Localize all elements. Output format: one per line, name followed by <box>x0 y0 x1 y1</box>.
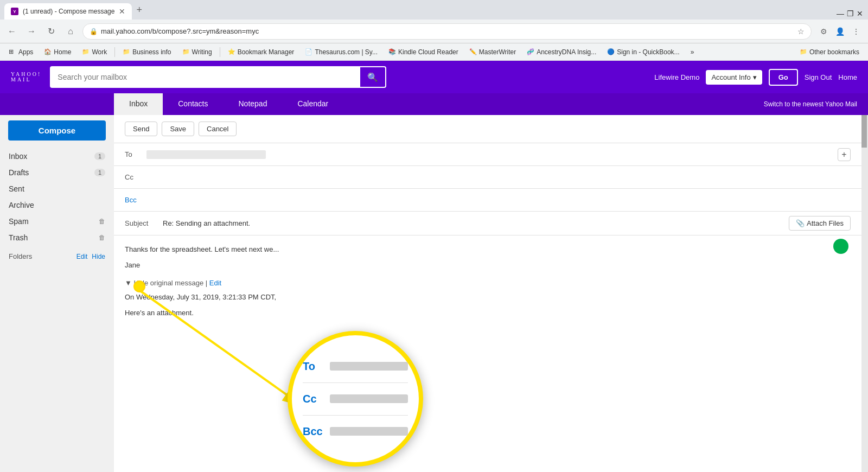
sidebar-item-trash[interactable]: Trash 🗑 <box>0 229 114 246</box>
bookmark-manager[interactable]: ⭐ Bookmark Manager <box>224 47 299 57</box>
hide-original-link[interactable]: ▼ Hide original message <box>125 279 206 287</box>
ancestry-icon: 🧬 <box>527 48 534 56</box>
menu-icon[interactable]: ⋮ <box>848 24 864 39</box>
main-area: Compose Inbox 1 Drafts 1 Sent Archive <box>0 115 868 472</box>
maximize-button[interactable]: ❐ <box>846 10 854 17</box>
bookmark-masterwriter-label: MasterWriter <box>479 48 516 56</box>
back-button[interactable]: ← <box>4 24 20 39</box>
new-tab-button[interactable]: + <box>132 4 146 16</box>
sidebar-spam-label: Spam <box>9 217 95 226</box>
sidebar-trash-label: Trash <box>9 233 95 242</box>
edit-link[interactable]: Edit <box>209 279 221 287</box>
extensions-icon[interactable]: ⚙ <box>816 24 831 39</box>
cancel-button[interactable]: Cancel <box>199 122 237 136</box>
tab-title: (1 unread) - Compose message <box>23 8 114 15</box>
reload-button[interactable]: ↻ <box>43 24 59 39</box>
subject-label: Subject <box>125 219 163 227</box>
bookmark-star-icon[interactable]: ☆ <box>797 27 805 36</box>
writing-icon: 📁 <box>182 48 190 56</box>
bookmark-more[interactable]: » <box>686 47 699 57</box>
profile-icon[interactable]: 👤 <box>832 24 847 39</box>
bookmark-manager-label: Bookmark Manager <box>238 48 295 56</box>
yahoo-nav: Inbox Contacts Notepad Calendar Switch t… <box>0 93 868 115</box>
switch-to-new-text: Switch to the newest Yahoo Mail <box>764 100 857 108</box>
sidebar-item-sent[interactable]: Sent <box>0 181 114 197</box>
bookmark-work-label: Work <box>92 48 107 56</box>
attach-files-button[interactable]: 📎 Attach Files <box>789 216 851 231</box>
minimize-button[interactable]: — <box>837 10 844 17</box>
bookmark-other[interactable]: 📁 Other bookmarks <box>795 47 864 57</box>
search-input[interactable] <box>50 66 360 88</box>
home-link[interactable]: Home <box>838 73 857 81</box>
go-button[interactable]: Go <box>769 69 798 86</box>
bookmark-business[interactable]: 📁 Business info <box>118 47 175 57</box>
home-nav-button[interactable]: ⌂ <box>63 24 78 39</box>
lock-icon: 🔒 <box>90 28 98 35</box>
bookmark-separator-1 <box>114 47 115 57</box>
green-status-circle <box>833 239 848 254</box>
sidebar-item-archive[interactable]: Archive <box>0 197 114 213</box>
sidebar-item-drafts[interactable]: Drafts 1 <box>0 164 114 181</box>
sidebar: Compose Inbox 1 Drafts 1 Sent Archive <box>0 115 114 472</box>
compose-toolbar: Send Save Cancel <box>114 115 861 143</box>
save-button[interactable]: Save <box>162 122 194 136</box>
yahoo-logo-sub: MAIL <box>11 77 41 82</box>
folders-hide-link[interactable]: Hide <box>92 253 105 260</box>
account-dropdown-button[interactable]: Account Info ▾ <box>706 70 762 85</box>
send-button[interactable]: Send <box>125 122 157 136</box>
bookmark-more-label: » <box>691 48 694 56</box>
to-plus-button[interactable]: + <box>838 148 851 161</box>
address-bar[interactable]: 🔒 mail.yahoo.com/b/compose?.src=ym&reaso… <box>82 23 812 40</box>
sidebar-item-inbox[interactable]: Inbox 1 <box>0 148 114 164</box>
content-wrapper: Compose Inbox 1 Drafts 1 Sent Archive <box>0 115 868 472</box>
bookmark-apps[interactable]: ⊞ Apps <box>4 47 37 57</box>
cc-input[interactable] <box>146 173 851 181</box>
window-controls: — ❐ ✕ <box>837 10 864 20</box>
yahoo-header: YAHOO! MAIL 🔍 Lifewire Demo Account Info… <box>0 61 868 93</box>
bcc-input[interactable] <box>146 196 851 204</box>
hide-original-text: Hide original message <box>133 279 203 287</box>
close-window-button[interactable]: ✕ <box>856 10 864 17</box>
tab-notepad[interactable]: Notepad <box>224 93 283 115</box>
close-tab-button[interactable]: ✕ <box>119 8 125 15</box>
tab-inbox-label: Inbox <box>129 99 148 108</box>
search-button[interactable]: 🔍 <box>360 66 386 88</box>
bcc-label[interactable]: Bcc <box>125 196 146 204</box>
url-text: mail.yahoo.com/b/compose?.src=ym&reason=… <box>101 27 794 35</box>
bookmark-writing[interactable]: 📁 Writing <box>178 47 216 57</box>
sidebar-folders-section: Folders Edit Hide <box>0 248 114 265</box>
sidebar-drafts-label: Drafts <box>9 168 94 177</box>
forward-button[interactable]: → <box>24 24 39 39</box>
tab-inbox[interactable]: Inbox <box>114 93 163 115</box>
account-info-label: Account Info <box>711 73 750 81</box>
switch-to-new-link[interactable]: Switch to the newest Yahoo Mail <box>753 93 868 115</box>
bookmark-ancestry[interactable]: 🧬 AncestryDNA Insig... <box>522 47 601 57</box>
cc-field: Cc <box>114 166 861 189</box>
tab-calendar[interactable]: Calendar <box>282 93 343 115</box>
sidebar-item-spam[interactable]: Spam 🗑 <box>0 213 114 229</box>
tab-contacts[interactable]: Contacts <box>163 93 223 115</box>
bookmark-quickbooks[interactable]: 🔵 Sign in - QuickBook... <box>603 47 684 57</box>
compose-body[interactable]: Thanks for the spreadsheet. Let's meet n… <box>114 235 861 472</box>
active-tab[interactable]: Y (1 unread) - Compose message ✕ <box>4 3 132 20</box>
to-value-blurred <box>146 150 266 159</box>
original-text: Here's an attachment. <box>125 308 851 319</box>
apps-icon: ⊞ <box>9 48 16 56</box>
body-text-1: Thanks for the spreadsheet. Let's meet n… <box>125 244 851 256</box>
bookmark-kindle[interactable]: 📚 Kindle Cloud Reader <box>384 47 463 57</box>
subject-value: Re: Sending an attachment. <box>163 219 789 227</box>
compose-button[interactable]: Compose <box>8 120 106 141</box>
collapse-icon: ▼ <box>125 279 133 287</box>
bookmark-home-label: Home <box>54 48 71 56</box>
bookmark-home[interactable]: 🏠 Home <box>40 47 75 57</box>
sign-out-link[interactable]: Sign Out <box>805 73 832 81</box>
bookmark-masterwriter[interactable]: ✏️ MasterWriter <box>465 47 520 57</box>
compose-scrollbar-thumb[interactable] <box>861 115 867 148</box>
compose-scrollbar-track[interactable] <box>861 115 868 472</box>
bookmark-work[interactable]: 📁 Work <box>78 47 111 57</box>
bookmark-apps-label: Apps <box>18 48 33 56</box>
bookmark-writing-label: Writing <box>192 48 212 56</box>
attach-label: Attach Files <box>807 219 844 227</box>
bookmark-thesaurus[interactable]: 📄 Thesaurus.com | Sy... <box>301 47 382 57</box>
folders-edit-link[interactable]: Edit <box>76 253 88 260</box>
